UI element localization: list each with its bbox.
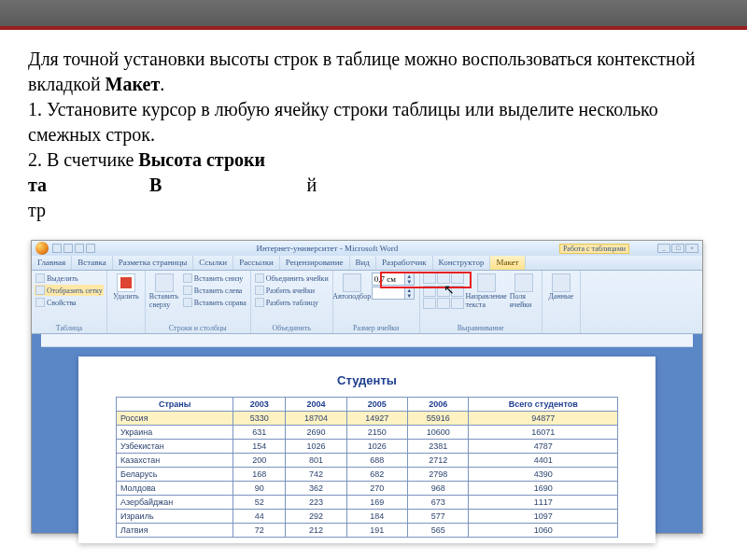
document-page: Студенты Страны 2003 2004 2005 2006 Всег… xyxy=(78,357,655,543)
split-table-icon xyxy=(255,298,264,307)
tab-developer[interactable]: Разработчик xyxy=(376,256,433,270)
insert-left-icon xyxy=(183,286,192,295)
maximize-icon: □ xyxy=(671,244,684,253)
col-width-spinner[interactable]: ▲▼ xyxy=(372,287,415,300)
slide-topbar xyxy=(0,0,747,30)
tab-insert[interactable]: Вставка xyxy=(72,256,113,270)
row-height-input[interactable] xyxy=(373,273,404,285)
table-header-row: Страны 2003 2004 2005 2006 Всего студент… xyxy=(117,398,618,412)
insert-left-button[interactable]: Вставить слева xyxy=(182,285,247,296)
split-cells-button[interactable]: Разбить ячейки xyxy=(254,285,330,296)
delete-icon xyxy=(117,273,135,292)
window-controls[interactable]: _□× xyxy=(657,244,698,253)
word-window: Интернет-университет - Microsoft Word Ра… xyxy=(31,240,703,534)
tab-design[interactable]: Конструктор xyxy=(433,256,491,270)
table-row[interactable]: Израиль442921845771097 xyxy=(117,510,618,524)
table-row[interactable]: Молдова903622709681690 xyxy=(117,482,618,496)
insert-above-icon xyxy=(155,273,174,292)
properties-button[interactable]: Свойства xyxy=(35,297,104,308)
titlebar: Интернет-университет - Microsoft Word Ра… xyxy=(32,241,702,256)
group-cell-size: Автоподбор ▲▼ ▲▼ xyxy=(333,271,420,333)
select-icon xyxy=(35,273,45,283)
group-data: Данные xyxy=(543,271,581,333)
ribbon-tabs: Главная Вставка Разметка страницы Ссылки… xyxy=(32,256,702,271)
insert-right-button[interactable]: Вставить справа xyxy=(182,297,247,308)
row-height-spinner[interactable]: ▲▼ xyxy=(372,273,415,286)
select-button[interactable]: Выделить xyxy=(35,273,104,284)
group-alignment: Направление текста Поля ячейки Выравнива… xyxy=(420,271,543,333)
table-row[interactable]: Узбекистан1541026102623814787 xyxy=(117,440,618,454)
tab-home[interactable]: Главная xyxy=(32,256,72,270)
split-table-button[interactable]: Разбить таблицу xyxy=(254,297,330,308)
row-height-control[interactable]: ▲▼ xyxy=(370,273,416,286)
show-grid-button[interactable]: Отобразить сетку xyxy=(35,285,104,296)
group-rows-cols: Вставить сверху Вставить снизу Вставить … xyxy=(146,271,251,333)
tab-pagelayout[interactable]: Разметка страницы xyxy=(113,256,194,270)
margins-icon xyxy=(514,273,533,292)
text-direction-icon xyxy=(477,273,496,292)
group-merge: Объединить ячейки Разбить ячейки Разбить… xyxy=(251,271,333,333)
cell-margins-button[interactable]: Поля ячейки xyxy=(509,273,539,310)
autofit-icon xyxy=(343,273,361,292)
ribbon: Выделить Отобразить сетку Свойства Табли… xyxy=(32,271,702,334)
properties-icon xyxy=(35,298,45,307)
split-cells-icon xyxy=(255,286,264,295)
page-title: Студенты xyxy=(116,373,618,387)
tab-references[interactable]: Ссылки xyxy=(193,256,233,270)
tab-view[interactable]: Вид xyxy=(350,256,376,270)
ruler[interactable] xyxy=(41,334,693,347)
merge-cells-button[interactable]: Объединить ячейки xyxy=(254,273,330,284)
delete-button[interactable]: Удалить xyxy=(110,273,142,301)
window-title: Интернет-университет - Microsoft Word xyxy=(95,244,559,253)
group-delete: Удалить xyxy=(107,271,146,333)
instruction-text: Для точной установки высоты строк в табл… xyxy=(0,30,747,229)
data-icon xyxy=(552,273,571,292)
group-table: Выделить Отобразить сетку Свойства Табли… xyxy=(32,271,107,333)
insert-right-icon xyxy=(183,298,192,307)
office-button[interactable] xyxy=(35,242,49,255)
col-width-input[interactable] xyxy=(373,287,404,299)
grid-icon xyxy=(35,286,45,295)
close-icon: × xyxy=(685,244,698,253)
context-tab-title: Работа с таблицами xyxy=(559,244,629,254)
tab-mailings[interactable]: Рассылки xyxy=(233,256,280,270)
text-direction-button[interactable]: Направление текста xyxy=(466,273,507,310)
col-width-control[interactable]: ▲▼ xyxy=(370,287,416,300)
alignment-grid[interactable] xyxy=(423,273,464,310)
merge-icon xyxy=(255,273,264,283)
tab-review[interactable]: Рецензирование xyxy=(280,256,350,270)
table-row[interactable]: Беларусь16874268227984390 xyxy=(117,468,618,482)
insert-below-icon xyxy=(183,273,192,283)
quick-access-toolbar[interactable] xyxy=(52,244,95,253)
table-row[interactable]: Украина631269021501060016071 xyxy=(117,426,618,440)
table-row[interactable]: Азербайджан522231696731117 xyxy=(117,496,618,510)
autofit-button[interactable]: Автоподбор xyxy=(336,273,368,301)
students-table[interactable]: Страны 2003 2004 2005 2006 Всего студент… xyxy=(116,397,618,538)
insert-above-button[interactable]: Вставить сверху xyxy=(148,273,180,310)
insert-below-button[interactable]: Вставить снизу xyxy=(182,273,247,284)
data-button[interactable]: Данные xyxy=(545,273,577,301)
table-row[interactable]: Латвия722121915651060 xyxy=(117,524,618,538)
minimize-icon: _ xyxy=(657,244,670,253)
spin-down-icon[interactable]: ▼ xyxy=(404,279,414,285)
table-row[interactable]: Россия533018704149275591694877 xyxy=(117,412,618,426)
table-row[interactable]: Казахстан20080168827124401 xyxy=(117,454,618,468)
tab-layout[interactable]: Макет xyxy=(490,256,525,270)
